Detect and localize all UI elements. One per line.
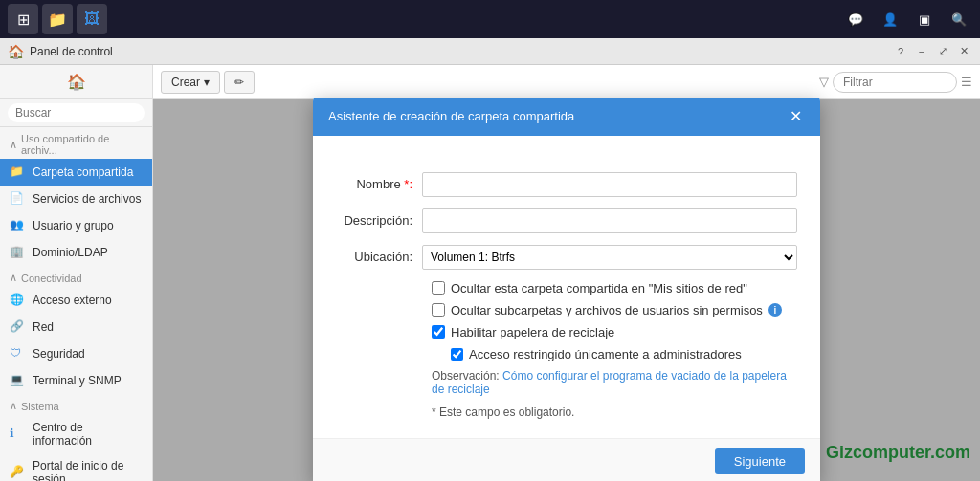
observation-row: Observación: Cómo configurar el programa…: [336, 369, 797, 396]
checkbox-row-recycle: Habilitar papelera de reciclaje: [336, 325, 797, 339]
modal-footer: Siguiente: [313, 438, 820, 482]
main-panel: Crear ▾ ✏ ▽ ☰ No hay datos G: [153, 65, 980, 481]
next-button[interactable]: Siguiente: [715, 448, 805, 474]
taskbar-files-icon[interactable]: 🖼: [77, 4, 107, 34]
hide-subfolders-checkbox[interactable]: [432, 303, 445, 317]
close-window-button[interactable]: ✕: [955, 43, 972, 60]
chevron-down-icon-3: ∧: [10, 400, 17, 412]
title-bar: 🏠 Panel de control ? − ⤢ ✕: [0, 38, 980, 65]
users-icon: 👥: [10, 218, 25, 233]
sidebar-item-file-services[interactable]: 📄 Servicios de archivos: [0, 186, 152, 212]
network-icon: 🔗: [10, 319, 25, 335]
list-view-icon[interactable]: ☰: [961, 75, 972, 89]
admin-only-checkbox[interactable]: [451, 348, 463, 361]
checkbox-row-admin-only: Acceso restringido únicamente a administ…: [336, 347, 797, 361]
shield-icon: 🛡: [10, 346, 25, 361]
info-tooltip-icon[interactable]: i: [768, 303, 782, 317]
modal-close-button[interactable]: ✕: [786, 107, 805, 126]
main-content: No hay datos G Gizcomputer.com Asistente…: [153, 99, 980, 481]
chevron-down-icon-2: ∧: [10, 272, 17, 284]
sidebar-item-login-portal[interactable]: 🔑 Portal de inicio de sesión: [0, 453, 152, 481]
terminal-icon: 💻: [10, 373, 25, 388]
ubicacion-label: Ubicación:: [336, 250, 422, 264]
maximize-button[interactable]: ⤢: [934, 43, 951, 60]
sidebar-item-domain-ldap[interactable]: 🏢 Dominio/LDAP: [0, 239, 152, 266]
nombre-input[interactable]: [422, 172, 797, 197]
display-icon[interactable]: ▣: [911, 6, 938, 33]
info-icon: ℹ: [10, 426, 25, 442]
taskbar-grid-icon[interactable]: ⊞: [8, 4, 38, 34]
portal-icon: 🔑: [10, 465, 25, 480]
sidebar-item-user-group[interactable]: 👥 Usuario y grupo: [0, 212, 152, 239]
form-row-nombre: Nombre *:: [336, 172, 797, 197]
window-controls: ? − ⤢ ✕: [892, 43, 972, 60]
hide-network-checkbox[interactable]: [432, 281, 445, 295]
sidebar-item-shared-folder[interactable]: 📁 Carpeta compartida: [0, 159, 152, 186]
section-header-files: ∧ Uso compartido de archiv...: [0, 127, 152, 159]
modal-header: Asistente de creación de carpeta compart…: [313, 98, 820, 136]
file-services-icon: 📄: [10, 191, 25, 207]
search-input[interactable]: [8, 103, 145, 122]
sidebar-search-area: [0, 99, 152, 127]
external-access-icon: 🌐: [10, 293, 25, 308]
sidebar-home-button[interactable]: 🏠: [0, 65, 152, 99]
filter-input[interactable]: [833, 72, 957, 93]
search-icon[interactable]: 🔍: [946, 6, 972, 33]
recycle-bin-checkbox[interactable]: [432, 325, 445, 339]
modal-overlay: Asistente de creación de carpeta compart…: [153, 99, 980, 481]
section-header-connectivity: ∧ Conectividad: [0, 266, 152, 287]
form-row-descripcion: Descripción:: [336, 208, 797, 233]
taskbar-folder-icon[interactable]: 📁: [42, 4, 73, 34]
checkbox-row-hide-subfolders: Ocultar subcarpetas y archivos de usuari…: [336, 303, 797, 317]
required-star: *:: [404, 177, 412, 191]
modal-header-title: Asistente de creación de carpeta compart…: [328, 109, 574, 123]
descripcion-input[interactable]: [422, 208, 797, 233]
sidebar-item-security[interactable]: 🛡 Seguridad: [0, 340, 152, 367]
form-row-ubicacion: Ubicación: Volumen 1: Btrfs: [336, 245, 797, 270]
ubicacion-select[interactable]: Volumen 1: Btrfs: [422, 245, 797, 270]
help-button[interactable]: ?: [892, 43, 909, 60]
chevron-down-icon: ∧: [10, 139, 17, 151]
filter-icon: ▽: [819, 75, 829, 89]
section-header-system: ∧ Sistema: [0, 394, 152, 415]
folder-icon: 📁: [10, 164, 25, 180]
required-note: * Este campo es obligatorio.: [336, 405, 797, 419]
sidebar-item-info-center[interactable]: ℹ Centro de información: [0, 415, 152, 453]
taskbar: ⊞ 📁 🖼 💬 👤 ▣ 🔍: [0, 0, 980, 38]
content-area: 🏠 ∧ Uso compartido de archiv... 📁 Carpet…: [0, 65, 980, 481]
sidebar: 🏠 ∧ Uso compartido de archiv... 📁 Carpet…: [0, 65, 153, 481]
filter-area: ▽ ☰: [819, 72, 972, 93]
home-icon: 🏠: [67, 73, 86, 91]
window-title: Panel de control: [30, 45, 892, 58]
minimize-button[interactable]: −: [913, 43, 930, 60]
main-window: 🏠 Panel de control ? − ⤢ ✕ 🏠 ∧ Uso compa…: [0, 38, 980, 481]
checkbox-row-hide-network: Ocultar esta carpeta compartida en "Mis …: [336, 281, 797, 295]
descripcion-label: Descripción:: [336, 213, 422, 228]
nombre-label: Nombre *:: [336, 177, 422, 191]
dropdown-arrow-icon: ▾: [204, 76, 210, 89]
control-panel-icon: 🏠: [8, 44, 24, 59]
user-icon[interactable]: 👤: [877, 6, 903, 33]
modal-dialog: Asistente de creación de carpeta compart…: [313, 98, 820, 482]
modal-body: Nombre *: Descripción:: [313, 136, 820, 438]
chat-icon[interactable]: 💬: [842, 6, 869, 33]
create-button[interactable]: Crear ▾: [161, 71, 220, 94]
sidebar-item-network[interactable]: 🔗 Red: [0, 314, 152, 340]
sidebar-item-external-access[interactable]: 🌐 Acceso externo: [0, 287, 152, 314]
edit-button[interactable]: ✏: [224, 71, 255, 94]
main-toolbar: Crear ▾ ✏ ▽ ☰: [153, 65, 980, 99]
taskbar-right-area: 💬 👤 ▣ 🔍: [842, 6, 972, 33]
sidebar-item-terminal-snmp[interactable]: 💻 Terminal y SNMP: [0, 367, 152, 394]
domain-icon: 🏢: [10, 245, 25, 260]
